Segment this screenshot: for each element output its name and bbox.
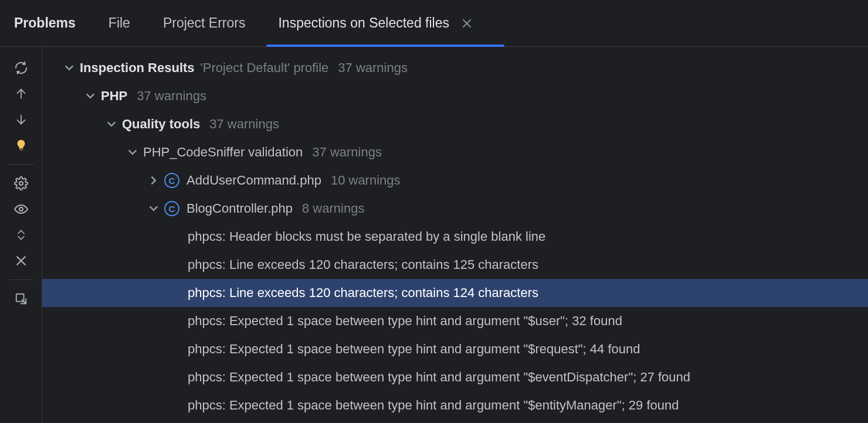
close-x-icon[interactable] bbox=[9, 249, 33, 272]
inspection-message[interactable]: phpcs: Header blocks must be separated b… bbox=[42, 223, 868, 251]
inspection-message-text: phpcs: Expected 1 space between type hin… bbox=[188, 398, 679, 413]
tree-node-label: Quality tools bbox=[122, 117, 200, 132]
inspection-results-tree[interactable]: Inspection Results 'Project Default' pro… bbox=[42, 47, 868, 423]
inspection-message[interactable]: phpcs: Line exceeds 120 characters; cont… bbox=[42, 251, 868, 279]
inspection-message[interactable]: phpcs: Expected 1 space between type hin… bbox=[42, 335, 868, 363]
chevron-down-icon[interactable] bbox=[122, 148, 143, 156]
inspection-results-heading: Inspection Results bbox=[80, 60, 195, 76]
main-area: Inspection Results 'Project Default' pro… bbox=[0, 47, 868, 423]
file-warning-count: 8 warnings bbox=[302, 201, 364, 216]
chevron-down-icon[interactable] bbox=[143, 204, 164, 213]
inspection-message-text: phpcs: Expected 1 space between type hin… bbox=[188, 370, 690, 385]
svg-point-3 bbox=[19, 207, 23, 211]
tree-node-label: PHP_CodeSniffer validation bbox=[143, 145, 303, 160]
tree-node-file[interactable]: C AddUserCommand.php 10 warnings bbox=[42, 166, 868, 195]
tab-file[interactable]: File bbox=[108, 0, 130, 46]
eye-icon[interactable] bbox=[9, 197, 33, 221]
tree-node-count: 37 warnings bbox=[312, 145, 382, 160]
inspection-message[interactable]: phpcs: Line exceeds 120 characters; cont… bbox=[42, 279, 868, 307]
tree-node-file[interactable]: C BlogController.php 8 warnings bbox=[42, 195, 868, 223]
inspection-results-total: 37 warnings bbox=[338, 60, 408, 76]
tree-node-label: PHP bbox=[101, 88, 127, 104]
inspection-message-text: phpcs: Expected 1 space between type hin… bbox=[188, 342, 640, 357]
chevron-down-icon[interactable] bbox=[101, 120, 122, 128]
separator bbox=[8, 279, 34, 280]
class-file-icon: C bbox=[164, 173, 179, 188]
chevron-down-icon[interactable] bbox=[59, 64, 80, 72]
file-icon-letter: C bbox=[169, 204, 175, 214]
tab-project-errors[interactable]: Project Errors bbox=[163, 0, 246, 46]
tab-file-label: File bbox=[108, 15, 130, 31]
arrow-up-icon[interactable] bbox=[9, 82, 33, 105]
separator bbox=[8, 164, 34, 165]
inspections-side-toolbar bbox=[0, 47, 42, 423]
tab-inspections-label: Inspections on Selected files bbox=[278, 15, 449, 31]
inspection-message[interactable]: phpcs: Expected 1 space between type hin… bbox=[42, 307, 868, 335]
class-file-icon: C bbox=[164, 201, 179, 216]
close-icon[interactable] bbox=[462, 19, 472, 28]
export-icon[interactable] bbox=[9, 287, 33, 311]
file-icon-letter: C bbox=[169, 176, 175, 186]
problems-tabbar: Problems File Project Errors Inspections… bbox=[0, 0, 868, 47]
tab-inspections[interactable]: Inspections on Selected files bbox=[278, 0, 472, 46]
inspection-message-text: phpcs: Expected 1 space between type hin… bbox=[188, 313, 622, 329]
file-warning-count: 10 warnings bbox=[331, 173, 401, 188]
tree-node-codesniffer[interactable]: PHP_CodeSniffer validation 37 warnings bbox=[42, 138, 868, 166]
inspection-message[interactable]: phpcs: Expected 1 space between type hin… bbox=[42, 363, 868, 391]
tab-project-errors-label: Project Errors bbox=[163, 15, 246, 31]
tree-node-count: 37 warnings bbox=[137, 88, 206, 104]
arrow-down-icon[interactable] bbox=[9, 108, 33, 131]
inspection-message-text: phpcs: Line exceeds 120 characters; cont… bbox=[188, 257, 538, 272]
inspection-message-text: phpcs: Header blocks must be separated b… bbox=[188, 229, 545, 244]
rerun-icon[interactable] bbox=[9, 56, 33, 80]
tree-node-php[interactable]: PHP 37 warnings bbox=[42, 82, 868, 110]
tree-node-inspection-results[interactable]: Inspection Results 'Project Default' pro… bbox=[42, 54, 868, 82]
file-name: AddUserCommand.php bbox=[187, 173, 321, 188]
tree-node-quality-tools[interactable]: Quality tools 37 warnings bbox=[42, 110, 868, 138]
chevron-right-icon[interactable] bbox=[143, 176, 164, 185]
problems-title-tab[interactable]: Problems bbox=[14, 0, 76, 46]
file-name: BlogController.php bbox=[187, 201, 293, 216]
problems-title-label: Problems bbox=[14, 15, 76, 31]
tree-node-count: 37 warnings bbox=[209, 117, 279, 132]
lightbulb-icon[interactable] bbox=[9, 134, 33, 157]
expand-collapse-icon[interactable] bbox=[9, 223, 33, 247]
chevron-down-icon[interactable] bbox=[80, 92, 101, 100]
inspection-results-profile: 'Project Default' profile bbox=[201, 60, 329, 76]
inspection-message-text: phpcs: Line exceeds 120 characters; cont… bbox=[188, 285, 538, 301]
svg-point-2 bbox=[19, 182, 23, 185]
gear-icon[interactable] bbox=[9, 172, 33, 195]
inspection-message[interactable]: phpcs: Expected 1 space between type hin… bbox=[42, 391, 868, 419]
